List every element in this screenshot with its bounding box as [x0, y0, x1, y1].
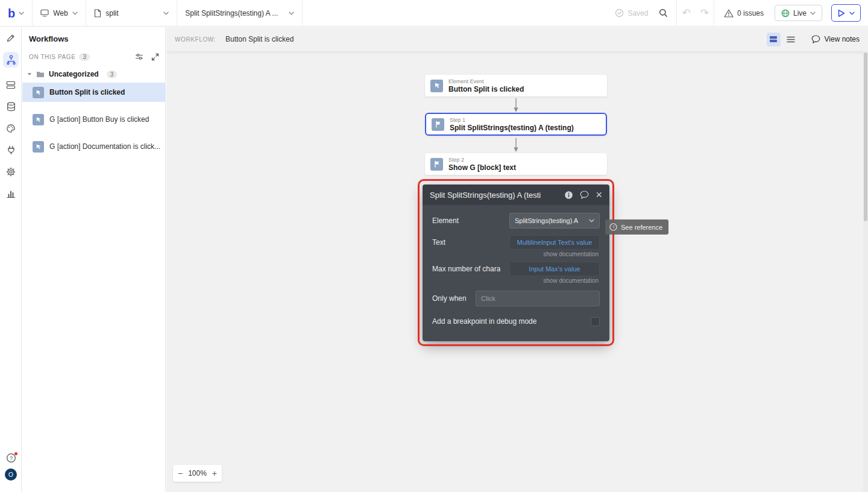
pencil-icon [6, 33, 16, 43]
node-kind: Step 2 [448, 157, 516, 163]
globe-icon [781, 9, 790, 17]
workflow-item-button-buy[interactable]: G [action] Button Buy is clicked [22, 110, 166, 129]
nav-design[interactable] [3, 30, 19, 46]
topbar: b Web split Split SplitStrings(testin [0, 0, 868, 27]
workflow-item-label: G [action] Documentation is click... [49, 142, 160, 151]
nav-plugins[interactable] [3, 142, 19, 158]
chevron-down-icon [289, 11, 294, 15]
nav-styles[interactable] [3, 121, 19, 136]
node-step-1[interactable]: Step 1 Split SplitStrings(testing) A (te… [425, 113, 607, 136]
issues-button[interactable]: 0 issues [724, 9, 764, 17]
notification-dot [14, 452, 17, 455]
workflow-item-button-split[interactable]: Button Split is clicked [22, 83, 166, 102]
monitor-icon [40, 9, 49, 17]
click-event-icon [33, 141, 44, 153]
chevron-down-icon [72, 11, 78, 15]
chevron-down-icon [589, 219, 594, 222]
action-flag-icon [430, 158, 443, 171]
nav-data[interactable] [3, 99, 19, 115]
folder-count-badge: 3 [107, 71, 118, 78]
check-circle-icon [615, 8, 624, 17]
bubble-logo: b [8, 7, 15, 19]
only-when-input[interactable] [476, 291, 600, 306]
nav-settings[interactable] [3, 164, 19, 180]
text-field-label: Text [432, 238, 445, 247]
filter-sliders-icon[interactable] [135, 53, 143, 61]
workflow-item-label: G [action] Button Buy is clicked [49, 115, 149, 124]
zoom-level: 100% [188, 469, 207, 478]
play-icon [837, 9, 845, 17]
page-label: split [105, 9, 118, 17]
view-notes-button[interactable]: View notes [811, 35, 860, 43]
section-label: ON THIS PAGE [29, 54, 75, 60]
warning-triangle-icon [724, 9, 734, 17]
folder-uncategorized[interactable]: Uncategorized 3 [27, 68, 159, 80]
comment-icon[interactable] [580, 191, 589, 199]
card-view-toggle[interactable] [767, 33, 781, 46]
see-reference-tooltip[interactable]: ? See reference [605, 219, 668, 235]
plug-icon [7, 145, 16, 155]
help-button[interactable]: ? [3, 450, 19, 465]
expand-icon[interactable] [151, 53, 159, 61]
element-select[interactable]: SplitStrings(testing) A [509, 213, 600, 229]
nav-pages[interactable] [3, 77, 19, 93]
node-element-event[interactable]: Element Event Button Split is clicked [425, 75, 607, 96]
saved-status: Saved [615, 8, 648, 17]
workflows-panel: Workflows ON THIS PAGE 3 Uncategorized 3… [22, 27, 166, 492]
node-title: Split SplitStrings(testing) A (testing) [450, 124, 574, 132]
page-dropdown[interactable]: split [86, 0, 177, 27]
node-kind: Element Event [448, 78, 524, 85]
question-circle-icon: ? [609, 223, 617, 231]
breakpoint-checkbox[interactable] [591, 317, 600, 326]
svg-text:?: ? [612, 224, 614, 230]
flow-arrow-icon [512, 98, 520, 113]
text-expression-value: MultilineInput Text's value [517, 239, 593, 246]
popup-titlebar[interactable]: Split SplitStrings(testing) A (testi × [423, 184, 609, 205]
element-dropdown[interactable]: Split SplitStrings(testing) A ... [177, 0, 302, 27]
current-workflow-title: Button Split is clicked [225, 35, 294, 43]
search-icon[interactable] [659, 8, 668, 17]
click-event-icon [33, 87, 44, 98]
speech-bubble-icon [811, 35, 820, 43]
undo-icon[interactable]: ↶ [677, 8, 695, 18]
zoom-control: − 100% + [173, 465, 222, 482]
scrollbar-thumb[interactable] [864, 52, 867, 221]
action-flag-icon [432, 118, 444, 131]
node-title: Button Split is clicked [448, 85, 524, 93]
nav-logs[interactable] [3, 186, 19, 201]
element-field-label: Element [432, 216, 459, 225]
zoom-in-button[interactable]: + [212, 469, 217, 478]
database-icon [7, 102, 16, 112]
show-documentation-link[interactable]: show documentation [432, 251, 599, 257]
element-label: Split SplitStrings(testing) A ... [185, 9, 278, 17]
chevron-down-icon [849, 11, 855, 15]
preview-button[interactable] [831, 4, 861, 22]
zoom-out-button[interactable]: − [178, 469, 183, 478]
node-step-2[interactable]: Step 2 Show G [block] text [425, 153, 607, 175]
nav-workflow[interactable] [3, 52, 19, 68]
live-button[interactable]: Live [775, 5, 822, 21]
breakpoint-label: Add a breakpoint in debug mode [432, 317, 536, 326]
close-icon[interactable]: × [596, 189, 602, 200]
node-title: Show G [block] text [448, 163, 516, 172]
platform-label: Web [53, 9, 68, 17]
saved-label: Saved [627, 9, 648, 17]
click-event-icon [430, 80, 443, 92]
list-view-toggle[interactable] [784, 33, 798, 46]
redo-icon[interactable]: ↷ [696, 8, 714, 18]
workflow-item-documentation[interactable]: G [action] Documentation is click... [22, 137, 166, 156]
issues-label: 0 issues [737, 9, 764, 17]
text-expression-field[interactable]: MultilineInput Text's value [509, 235, 600, 250]
tooltip-label: See reference [621, 224, 662, 231]
max-chars-expression-field[interactable]: Input Max's value [509, 262, 600, 276]
popup-title: Split SplitStrings(testing) A (testi [430, 191, 541, 200]
app-menu-button[interactable]: b [0, 0, 32, 27]
page-icon [94, 9, 101, 17]
platform-dropdown[interactable]: Web [33, 0, 86, 27]
info-icon[interactable] [564, 191, 573, 200]
avatar[interactable]: O [5, 468, 17, 481]
svg-text:?: ? [9, 455, 12, 461]
show-documentation-link[interactable]: show documentation [432, 277, 599, 284]
avatar-letter: O [8, 472, 13, 478]
workflow-canvas[interactable]: WORKFLOW: Button Split is clicked View n… [166, 27, 868, 492]
